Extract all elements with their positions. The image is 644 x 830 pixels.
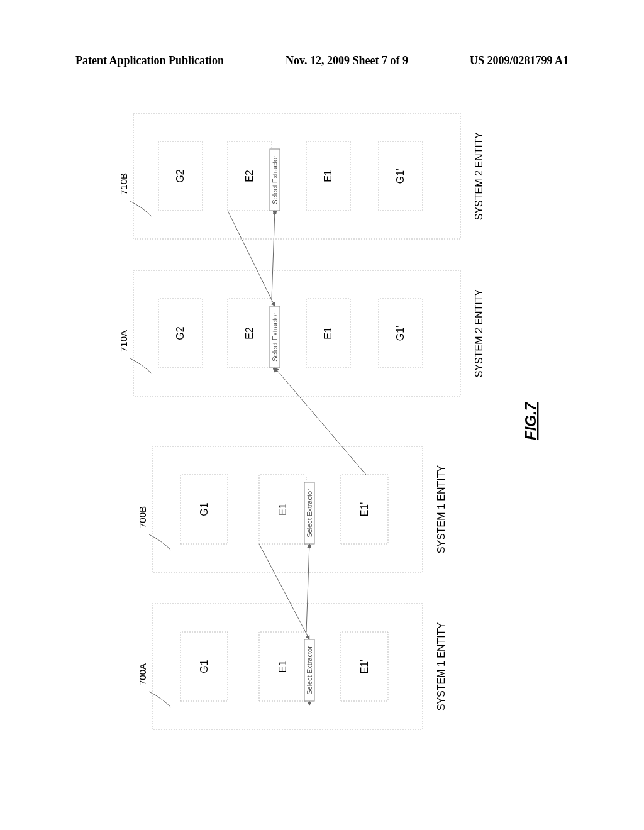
b710B-item3: G1' [395,169,406,184]
page-header: Patent Application Publication Nov. 12, … [0,54,644,67]
entity-700B: 700B G1 E1 Select Extractor E1' SYSTEM 1… [137,446,447,572]
header-center: Nov. 12, 2009 Sheet 7 of 9 [286,54,408,67]
b700A-tab: Select Extractor [306,646,313,695]
b710B-item0: G2 [175,169,186,182]
b710B-item2: E1 [323,170,333,182]
header-left: Patent Application Publication [75,54,224,67]
ref-700B: 700B [137,506,148,528]
b710B-caption: SYSTEM 2 ENTITY [474,131,484,220]
arrow-700A-to-700B [306,544,309,632]
b710A-item2: E1 [323,327,333,340]
entity-700A: 700A G1 E1 Select Extractor E1' SYSTEM 1… [137,604,447,729]
arrow-710B-to-710A [228,211,275,306]
b700B-caption: SYSTEM 1 ENTITY [436,465,447,553]
figure-7: 700A G1 E1 Select Extractor E1' SYSTEM 1… [70,88,574,755]
header-right: US 2009/0281799 A1 [470,54,569,67]
b700B-item2: E1' [359,502,370,517]
ref-710B: 710B [118,173,129,195]
b710A-item1: E2 [244,327,255,340]
b710A-item0: G2 [175,326,186,340]
arrow-700B-to-700A [259,544,309,639]
b710A-item3: G1' [395,326,406,341]
b700B-item0: G1 [199,502,209,516]
ref-710A: 710A [118,330,129,352]
arrow-710A-to-710B [272,211,275,299]
b700A-item1: E1 [277,660,288,673]
b700B-tab: Select Extractor [306,489,313,538]
ref-700A: 700A [137,663,148,685]
entity-710B: 710B G2 E2 Select Extractor E1 G1' SYSTE… [118,113,484,239]
b710B-tab: Select Extractor [271,155,279,204]
b700A-caption: SYSTEM 1 ENTITY [436,622,447,711]
b710B-item1: E2 [244,170,255,182]
b700B-item1: E1 [277,503,288,516]
b710A-caption: SYSTEM 2 ENTITY [474,289,484,377]
b700A-item0: G1 [199,660,209,673]
b710A-tab: Select Extractor [271,313,279,362]
arrow-700B-to-710A [275,368,366,475]
figure-label: FIG.7 [522,401,539,440]
entity-710A: 710A G2 E2 Select Extractor E1 G1' SYSTE… [118,270,484,396]
b700A-item2: E1' [359,660,370,674]
